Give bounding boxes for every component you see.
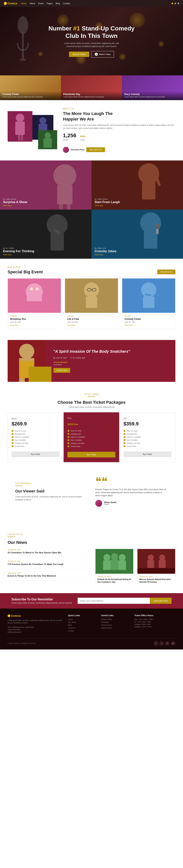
book-ticket-button[interactable]: Book A Ticket bbox=[69, 52, 89, 57]
social-instagram[interactable]: in bbox=[165, 641, 169, 646]
event-more-1[interactable]: Read More → bbox=[67, 324, 116, 326]
check-icon: ✓ bbox=[124, 439, 125, 441]
quote-text: "A Spirit Invasion Of The Body Snatchers… bbox=[53, 349, 168, 354]
stat-shows: 1,256 Shows bbox=[63, 132, 76, 144]
social-youtube[interactable]: ▶ bbox=[171, 641, 175, 646]
footer-link-terms[interactable]: Terms Of Use bbox=[101, 624, 129, 626]
stat-shows-num: 1,256 bbox=[63, 132, 76, 138]
subscribe-button[interactable]: Subscribe Now bbox=[150, 598, 172, 604]
show-card-surprise[interactable]: By: Nikka Shamp Surprise A Show Show Mor… bbox=[0, 160, 92, 210]
svg-point-49 bbox=[19, 344, 34, 359]
ticket-price-vip: $359.9 bbox=[124, 421, 172, 427]
show-more-2[interactable]: Show More bbox=[3, 254, 88, 256]
footer-link-buy-ticket[interactable]: Buy Ticket bbox=[68, 621, 96, 623]
show-card-start-laugh[interactable]: By: Nikka Shamp Start From Laugh Show Mo… bbox=[92, 160, 183, 210]
footer-link-contact[interactable]: Contact bbox=[68, 630, 96, 632]
footer-link-refund[interactable]: Refund Policy bbox=[101, 627, 129, 629]
footer-link-blog[interactable]: Blog bbox=[68, 624, 96, 626]
nav-home[interactable]: Home bbox=[21, 2, 27, 5]
news-card-date-1: January 20, 2022 bbox=[139, 576, 173, 578]
stat-artists-num: 539+ bbox=[80, 132, 86, 138]
show-more-1[interactable]: Show More bbox=[95, 205, 180, 207]
testimonial-divider bbox=[15, 486, 23, 486]
news-card-group[interactable]: January 20, 2022 Embark On An Exceptiona… bbox=[95, 549, 133, 586]
news-divider bbox=[8, 536, 15, 537]
show-title-0: Surprise A Show bbox=[3, 200, 88, 204]
show-more-0[interactable]: Show More bbox=[3, 205, 88, 207]
footer-link-disclaimer[interactable]: Disclaimer bbox=[101, 621, 129, 623]
footer-link-about[interactable]: About Us bbox=[68, 627, 96, 629]
footer-link-privacy[interactable]: Privacy Policy bbox=[101, 618, 129, 620]
about-more-button[interactable]: More About Us bbox=[86, 147, 105, 152]
show-by-0: By: Nikka Shamp bbox=[3, 198, 88, 200]
watch-video-button[interactable]: Watch Video bbox=[92, 51, 114, 58]
footer-copyright: © 2022 Comica. All Rights Reserved. bbox=[8, 643, 36, 644]
news-item-title-0[interactable]: 10 Comedians To Watch In The New Season … bbox=[8, 551, 92, 554]
event-tag-1: Comedy bbox=[67, 315, 116, 317]
svg-point-3 bbox=[19, 59, 26, 61]
nav-about[interactable]: About bbox=[30, 2, 35, 5]
featured-card-title-0: Comedy Finder bbox=[2, 93, 59, 96]
news-item-2: January 20, 2022 Events & Things To Do I… bbox=[8, 572, 92, 581]
newsletter-description: Lorem ipsum dolor sit amet, consectetur … bbox=[11, 602, 72, 604]
event-date-2: June 28, 2022 bbox=[125, 321, 173, 323]
newsletter-email-input[interactable] bbox=[78, 598, 150, 604]
tickets-subtitle: Lorem ipsum dolor sit amet, consectetur … bbox=[8, 406, 175, 408]
news-section: Latest Blog Our News January 20, 2022 10… bbox=[0, 526, 183, 593]
footer-brand: Comica Lorem ipsum dolor sit amet, conse… bbox=[8, 614, 62, 634]
social-twitter[interactable]: t bbox=[159, 641, 164, 646]
svg-rect-64 bbox=[119, 560, 126, 570]
news-date-1: January 20, 2022 bbox=[8, 560, 92, 562]
event-title-1: Life & Fate bbox=[67, 318, 116, 320]
nav-contact[interactable]: Contact bbox=[63, 2, 70, 5]
news-item-title-2[interactable]: Events & Things To Do In the City This W… bbox=[8, 575, 92, 577]
ticket-vip: VIP $359.9 ✓Stay On Local ✓Standing Hall… bbox=[120, 413, 175, 462]
event-more-0[interactable]: Read More → bbox=[10, 324, 58, 326]
footer-link-home[interactable]: Home bbox=[68, 618, 96, 620]
events-section: Our Event Special Big Event View All Eve… bbox=[0, 259, 183, 336]
event-image-comedy-clown bbox=[122, 278, 175, 313]
news-item-title-1[interactable]: 775 Funniest Quotes By Comedians To Make… bbox=[8, 563, 92, 566]
news-list: January 20, 2022 10 Comedians To Watch I… bbox=[8, 549, 92, 586]
buy-ticket-vip-button[interactable]: Buy Ticket bbox=[124, 452, 172, 457]
svg-rect-2 bbox=[22, 54, 24, 59]
check-icon: ✓ bbox=[11, 439, 14, 441]
about-images bbox=[8, 111, 57, 149]
show-card-evening-thinking[interactable]: By: Dr. Colibel Evening For Thinking Sho… bbox=[0, 210, 92, 259]
svg-rect-40 bbox=[86, 297, 97, 308]
event-image-broadway bbox=[8, 278, 61, 313]
newsletter-form: Subscribe Now bbox=[78, 598, 172, 604]
news-card-image-theater bbox=[137, 549, 175, 574]
nav-blog[interactable]: Blog bbox=[56, 2, 60, 5]
footer: Comica Lorem ipsum dolor sit amet, conse… bbox=[0, 609, 183, 649]
featured-card-diary-comedy[interactable]: Diary Comedy Lorem ipsum dolor sit amet … bbox=[122, 75, 183, 100]
footer-hours-0: Mon - Thu: 10AM - 5PM bbox=[134, 618, 175, 620]
buy-now-button[interactable]: Go Buy Now bbox=[53, 368, 70, 373]
nav-event[interactable]: Event bbox=[38, 2, 44, 5]
tickets-label: Ticket Price bbox=[8, 393, 175, 395]
view-all-events-button[interactable]: View All Event bbox=[157, 270, 175, 274]
nav-pages[interactable]: Pages bbox=[47, 2, 53, 5]
buy-ticket-basic-button[interactable]: Buy Ticket bbox=[11, 452, 59, 457]
featured-card-comedy-finder[interactable]: Comedy Finder Lorem ipsum dolor sit amet… bbox=[0, 75, 61, 100]
news-title: Our News bbox=[8, 540, 27, 545]
author-row: Dominick Pace More About Us bbox=[63, 147, 175, 153]
news-label: Latest Blog bbox=[8, 533, 27, 535]
nav-right bbox=[172, 3, 179, 4]
buy-ticket-plus-button[interactable]: Buy Ticket bbox=[68, 452, 115, 457]
nav-logo[interactable]: Comica bbox=[4, 2, 17, 5]
check-icon: ✓ bbox=[124, 445, 125, 447]
ticket-features-basic: ✓Stay On Local ✓Standing Hall ✓Hold On C… bbox=[11, 429, 59, 448]
svg-point-5 bbox=[16, 114, 24, 122]
social-facebook[interactable]: f bbox=[154, 641, 158, 646]
event-more-2[interactable]: Read More → bbox=[125, 324, 173, 326]
news-card-theater[interactable]: January 20, 2022 Marcus Johnson Named Ex… bbox=[137, 549, 175, 586]
check-icon: ✓ bbox=[124, 430, 125, 432]
news-grid: January 20, 2022 10 Comedians To Watch I… bbox=[8, 549, 175, 586]
featured-card-palestinian-day[interactable]: Palestinian Day Lorem ipsum dolor sit am… bbox=[61, 75, 122, 100]
footer-hours-1: Fri - Sat: 10AM - 6PM bbox=[134, 621, 175, 623]
events-label: Our Event bbox=[8, 266, 175, 269]
check-icon: ✓ bbox=[11, 442, 14, 444]
show-more-3[interactable]: Show More bbox=[95, 254, 180, 256]
show-card-crunchy-jokes[interactable]: By: Nikky Lima Crunchy Jokes Show More bbox=[92, 210, 183, 259]
